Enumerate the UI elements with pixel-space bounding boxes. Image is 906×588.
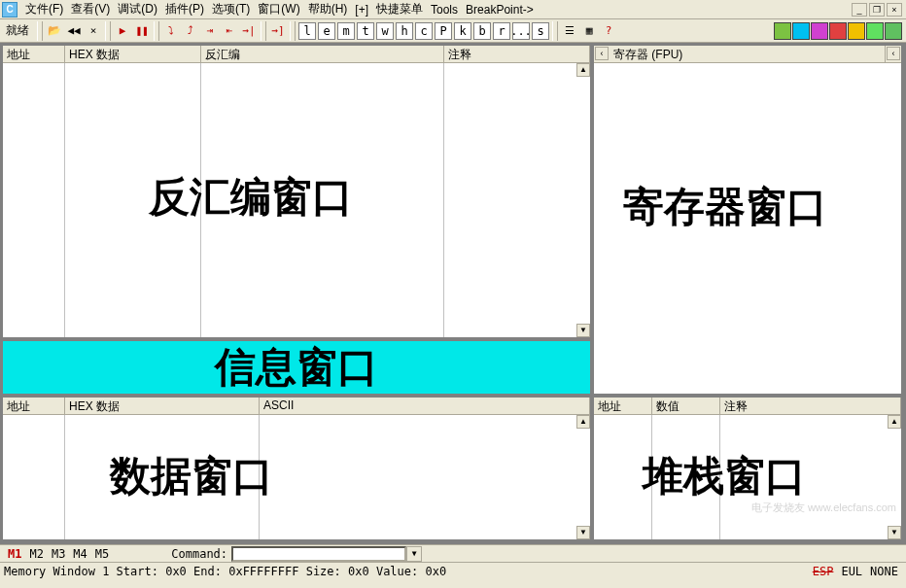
disasm-col-hex[interactable]: HEX 数据 [65,46,201,62]
dump-header: 地址 HEX 数据 ASCII [3,398,590,415]
memtab-m3[interactable]: M3 [48,547,69,561]
status-ready: 就绪 [0,20,35,41]
tb-w[interactable]: w [376,22,394,40]
stack-scroll-up[interactable]: ▲ [888,415,901,429]
toolbar-grip-5[interactable] [290,21,296,41]
tb-l[interactable]: l [298,22,316,40]
stack-col-comment[interactable]: 注释 [720,398,901,414]
menu-view[interactable]: 查看(V) [67,0,114,19]
command-input[interactable] [231,546,406,562]
open-button[interactable]: 📂 [45,21,64,41]
plugin-btn-1[interactable] [774,22,791,40]
memtab-m1[interactable]: M1 [4,547,25,561]
stack-body[interactable]: 堆栈窗口 ▲ ▼ [594,415,901,539]
menu-debug[interactable]: 调试(D) [114,0,161,19]
memtab-m2[interactable]: M2 [25,547,47,561]
status-bar: Memory Window 1 Start: 0x0 End: 0xFFFFFF… [0,562,906,579]
execute-till-button[interactable]: →| [239,21,259,41]
toolbar-grip[interactable] [37,21,43,41]
plugin-btn-4[interactable] [829,22,847,40]
menu-breakpoint[interactable]: BreakPoint-> [462,1,538,18]
stack-panel: 地址 数值 注释 堆栈窗口 ▲ ▼ [593,397,902,540]
memtab-m4[interactable]: M4 [69,547,90,561]
restore-button[interactable]: ❐ [869,3,885,17]
reg-body[interactable]: 寄存器窗口 [594,63,901,394]
dump-panel: 地址 HEX 数据 ASCII 数据窗口 ▲ ▼ [2,397,591,540]
plugin-btn-3[interactable] [811,22,828,40]
tb-P[interactable]: P [435,22,452,40]
reg-title[interactable]: 寄存器 (FPU) [610,46,886,62]
stack-scroll-down[interactable]: ▼ [888,526,901,539]
reg-collapse[interactable]: ‹ [595,47,609,60]
menu-help[interactable]: 帮助(H) [304,0,352,19]
toolbar-grip-3[interactable] [154,21,159,41]
tb-t[interactable]: t [357,22,374,40]
minimize-button[interactable]: _ [852,3,867,17]
plugin-btn-7[interactable] [885,22,902,40]
close-file-button[interactable]: × [84,21,103,41]
memtab-m5[interactable]: M5 [91,547,113,561]
toolbar-grip-4[interactable] [261,21,266,41]
disasm-scroll-up[interactable]: ▲ [576,63,590,77]
dump-scroll-down[interactable]: ▼ [576,526,590,539]
plugin-btn-6[interactable] [866,22,884,40]
pause-button[interactable]: ❚❚ [132,21,152,41]
tb-more[interactable]: ... [512,22,530,40]
menu-window[interactable]: 窗口(W) [254,0,303,19]
disasm-col-disasm[interactable]: 反汇编 [201,46,444,62]
reg-expand[interactable]: ‹ [887,47,900,60]
toolbar-right [774,22,906,40]
rewind-button[interactable]: ◀◀ [64,21,84,41]
tb-b[interactable]: b [473,22,491,40]
tb-h[interactable]: h [396,22,413,40]
stack-header: 地址 数值 注释 [594,398,901,415]
dump-col-hex[interactable]: HEX 数据 [65,398,260,414]
tb-e[interactable]: e [318,22,335,40]
tb-s[interactable]: s [532,22,549,40]
menu-plus[interactable]: [+] [351,1,372,18]
tb-m[interactable]: m [337,22,355,40]
tb-r[interactable]: r [493,22,510,40]
memory-status: Memory Window 1 Start: 0x0 End: 0xFFFFFF… [4,565,446,578]
menu-tools[interactable]: Tools [427,1,462,18]
menu-file[interactable]: 文件(F) [21,0,67,19]
dump-scroll-up[interactable]: ▲ [576,415,590,429]
disasm-body[interactable]: 反汇编窗口 ▲ ▼ [3,63,590,337]
menu-plugins[interactable]: 插件(P) [161,0,208,19]
step-over-button[interactable]: ⤴ [181,21,200,41]
command-dropdown[interactable]: ▼ [406,546,422,562]
tb-c[interactable]: c [415,22,433,40]
status-esp: ESP [813,565,834,578]
toolbar-grip-2[interactable] [105,21,111,41]
disasm-col-comment[interactable]: 注释 [444,46,590,62]
step-into-button[interactable]: ⤵ [161,21,181,41]
plugin-btn-5[interactable] [848,22,865,40]
trace-into-button[interactable]: ⇥ [200,21,220,41]
app-icon: C [2,2,17,17]
settings-button[interactable]: ☰ [560,21,579,41]
window-list-button[interactable]: ▦ [579,21,599,41]
disasm-scroll-down[interactable]: ▼ [576,324,590,337]
status-right: ESP EUL NONE [813,565,906,578]
run-button[interactable]: ▶ [113,21,132,41]
toolbar-grip-6[interactable] [552,21,558,41]
info-panel[interactable]: 信息窗口 [2,340,591,395]
disasm-col-addr[interactable]: 地址 [3,46,65,62]
goto-button[interactable]: →] [268,21,288,41]
stack-col-value[interactable]: 数值 [652,398,720,414]
menu-options[interactable]: 选项(T) [208,0,254,19]
dump-col-ascii[interactable]: ASCII [260,398,590,414]
help-button[interactable]: ? [599,21,618,41]
menu-bar: C 文件(F) 查看(V) 调试(D) 插件(P) 选项(T) 窗口(W) 帮助… [0,0,906,19]
close-button[interactable]: × [887,3,902,17]
dump-col-addr[interactable]: 地址 [3,398,65,414]
menu-quick[interactable]: 快捷菜单 [372,0,427,19]
command-bar: M1 M2 M3 M4 M5 Command: ▼ [0,544,906,562]
workspace: 地址 HEX 数据 反汇编 注释 反汇编窗口 ▲ ▼ 信息窗口 ‹ 寄存器 (F… [0,43,906,544]
stack-col-addr[interactable]: 地址 [594,398,652,414]
plugin-btn-2[interactable] [792,22,810,40]
tb-k[interactable]: k [454,22,471,40]
dump-body[interactable]: 数据窗口 ▲ ▼ [3,415,590,539]
info-label: 信息窗口 [215,340,378,395]
trace-over-button[interactable]: ⇤ [220,21,239,41]
